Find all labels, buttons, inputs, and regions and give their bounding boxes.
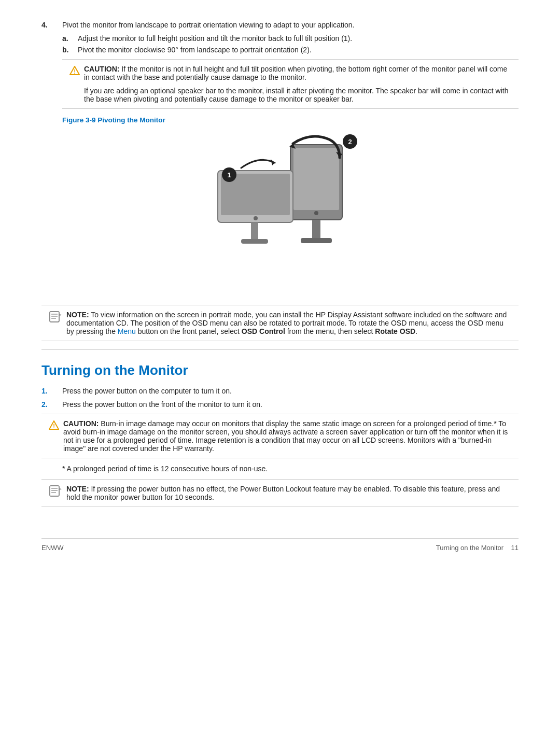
note-2-text: If pressing the power button has no effe… [66, 485, 500, 501]
section-divider [41, 349, 519, 350]
figure-label: Figure 3-9 [62, 116, 96, 124]
note-1-content: NOTE: To view information on the screen … [66, 311, 511, 335]
step-4b-text: Pivot the monitor clockwise 90° from lan… [78, 46, 312, 54]
caution-triangle-icon: ! [69, 66, 80, 75]
note-1-label: NOTE: [66, 311, 89, 319]
svg-text:1: 1 [227, 171, 231, 179]
caution-2-label: CAUTION: [63, 419, 99, 428]
footer-left: ENWW [41, 544, 64, 552]
svg-rect-4 [312, 220, 320, 241]
caution-1-extra: If you are adding an optional speaker ba… [84, 87, 511, 103]
section-step-2: 2. Press the power button on the front o… [41, 400, 519, 409]
note-2-content: NOTE: If pressing the power button has n… [66, 485, 511, 501]
svg-text:✏: ✏ [59, 313, 62, 317]
step-4a-text: Adjust the monitor to full height positi… [78, 34, 352, 43]
step-4-number: 4. [41, 21, 62, 29]
caution-triangle-icon-2: ! [49, 420, 59, 430]
footnote: * A prolonged period of time is 12 conse… [62, 465, 519, 473]
note-icon-1: ✏ [49, 311, 62, 335]
section-step-1-text: Press the power button on the computer t… [62, 387, 519, 395]
caution-2-text: Burn-in image damage may occur on monito… [63, 419, 508, 453]
svg-text:2: 2 [348, 138, 352, 146]
step-4b: b. Pivot the monitor clockwise 90° from … [62, 46, 519, 54]
caution-1-text: If the monitor is not in full height and… [84, 65, 507, 81]
note-2-label: NOTE: [66, 485, 89, 493]
step-4a-label: a. [62, 34, 78, 43]
svg-rect-9 [251, 222, 258, 241]
note-1-bold2: Rotate OSD [375, 327, 415, 335]
page-footer: ENWW Turning on the Monitor 11 [41, 538, 519, 552]
svg-rect-5 [301, 238, 332, 243]
svg-point-11 [254, 216, 258, 220]
caution-2-content: CAUTION: Burn-in image damage may occur … [63, 419, 511, 453]
caution-box-2: ! CAUTION: Burn-in image damage may occu… [41, 414, 519, 458]
svg-rect-26 [50, 486, 59, 496]
svg-text:!: ! [53, 423, 55, 429]
step-4a: a. Adjust the monitor to full height pos… [62, 34, 519, 43]
section-step-1-num: 1. [41, 387, 62, 395]
svg-rect-10 [241, 239, 268, 244]
svg-text:✏: ✏ [59, 487, 62, 491]
caution-1-label: CAUTION: [84, 65, 119, 73]
svg-rect-19 [50, 312, 59, 322]
note-icon-2: ✏ [49, 485, 62, 501]
section-heading: Turning on the Monitor [41, 362, 519, 378]
note-1-text2: button on the front panel, select OSD Co… [136, 327, 417, 335]
caution-box-1: ! CAUTION: If the monitor is not in full… [62, 59, 519, 109]
main-content: 4. Pivot the monitor from landscape to p… [41, 21, 519, 552]
svg-rect-3 [293, 148, 339, 210]
monitor-pivot-illustration: 1 2 [192, 129, 368, 295]
section-step-1: 1. Press the power button on the compute… [41, 387, 519, 395]
svg-point-6 [314, 211, 318, 215]
step-4b-label: b. [62, 46, 78, 54]
step-4-text: Pivot the monitor from landscape to port… [62, 21, 519, 29]
figure-container: 1 2 [41, 129, 519, 297]
section-step-2-num: 2. [41, 400, 62, 409]
footer-right-text: Turning on the Monitor 11 [436, 544, 519, 552]
section-step-2-text: Press the power button on the front of t… [62, 400, 519, 409]
figure-caption: Figure 3-9 Pivoting the Monitor [62, 116, 519, 124]
figure-title: Pivoting the Monitor [97, 116, 165, 124]
step-4: 4. Pivot the monitor from landscape to p… [41, 21, 519, 29]
caution-1-content: CAUTION: If the monitor is not in full h… [84, 65, 511, 103]
note-1-bold1: OSD Control [242, 327, 285, 335]
note-box-1: ✏ NOTE: To view information on the scree… [41, 305, 519, 341]
note-1-link: Menu [118, 327, 136, 335]
note-box-2: ✏ NOTE: If pressing the power button has… [41, 479, 519, 507]
svg-marker-14 [271, 159, 275, 165]
svg-text:!: ! [74, 68, 76, 75]
